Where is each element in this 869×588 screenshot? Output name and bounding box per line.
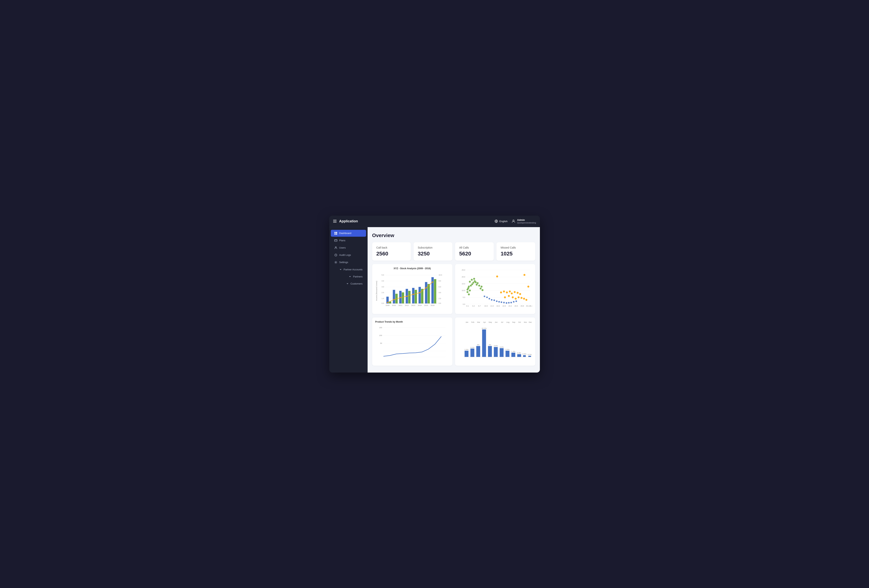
svg-rect-6	[334, 240, 337, 241]
svg-rect-169	[494, 347, 498, 357]
stat-title-callback: Call back	[377, 246, 407, 249]
svg-text:3.2%: 3.2%	[500, 346, 504, 348]
sidebar-item-settings[interactable]: Settings	[331, 259, 366, 266]
stat-card-missed-calls: Missed Calls 1025	[497, 242, 535, 261]
svg-point-132	[503, 290, 505, 292]
svg-text:15.0: 15.0	[461, 283, 465, 284]
svg-text:33.1: 33.1	[526, 305, 529, 307]
svg-text:4%: 4%	[477, 344, 479, 346]
svg-point-107	[486, 296, 488, 298]
sidebar-item-plans[interactable]: Plans	[331, 237, 366, 244]
svg-point-125	[515, 298, 516, 299]
svg-point-9	[335, 262, 336, 263]
svg-point-91	[471, 283, 473, 285]
stat-value-subscription: 3250	[418, 251, 448, 257]
svg-rect-2	[334, 232, 336, 233]
stat-value-all-calls: 5620	[459, 251, 490, 257]
svg-text:2.0: 2.0	[438, 297, 441, 299]
svg-point-133	[506, 292, 508, 293]
svg-text:26.5: 26.5	[515, 305, 518, 307]
sidebar-item-audit-logs[interactable]: Audit Logs	[331, 252, 366, 259]
stat-title-all-calls: All Calls	[459, 246, 490, 249]
stat-value-callback: 2560	[377, 251, 407, 257]
svg-point-126	[518, 296, 519, 298]
svg-text:Aug: Aug	[506, 321, 509, 323]
svg-text:May: May	[489, 321, 492, 323]
svg-rect-167	[488, 346, 492, 357]
svg-point-121	[523, 274, 525, 276]
main-layout: Dashboard Plans Users	[329, 227, 540, 373]
svg-rect-175	[512, 353, 515, 357]
nav-left: Application	[333, 219, 358, 223]
svg-rect-181	[528, 356, 531, 357]
svg-text:100: 100	[379, 335, 382, 336]
svg-point-130	[527, 286, 529, 287]
svg-text:8.0: 8.0	[438, 280, 441, 281]
svg-point-106	[483, 295, 485, 297]
svg-point-98	[473, 278, 475, 280]
svg-point-45	[387, 302, 388, 303]
nav-right: English Admin Quickpreviewtesting	[494, 219, 536, 224]
svg-point-135	[511, 292, 513, 294]
stat-value-missed-calls: 1025	[501, 251, 531, 257]
svg-text:2.3%: 2.3%	[506, 349, 509, 351]
svg-point-52	[432, 281, 433, 283]
svg-text:150: 150	[379, 327, 382, 329]
sidebar-item-customers[interactable]: Customers	[331, 280, 366, 287]
language-switcher[interactable]: English	[494, 219, 507, 223]
svg-text:2014: 2014	[418, 304, 421, 307]
svg-rect-30	[393, 290, 395, 303]
svg-text:10.0: 10.0	[484, 305, 488, 307]
svg-text:23.2: 23.2	[508, 305, 512, 307]
svg-text:10.1%: 10.1%	[482, 327, 486, 329]
language-label: English	[499, 220, 507, 223]
svg-point-134	[509, 290, 511, 292]
sidebar-item-users[interactable]: Users	[331, 244, 366, 251]
svg-text:0.3%: 0.3%	[528, 354, 532, 355]
svg-point-114	[503, 302, 505, 303]
stock-chart-card: XYZ - Stock Analysis (2009 - 2016) 0.0 1…	[372, 264, 452, 314]
svg-point-116	[508, 302, 509, 304]
monthly-bar-card: Jan Feb Mar Apr May Jun Jul Aug Sep Oct …	[455, 317, 535, 366]
svg-rect-33	[412, 288, 414, 303]
svg-rect-5	[336, 233, 337, 235]
svg-point-127	[521, 297, 522, 299]
svg-point-96	[469, 281, 471, 283]
svg-point-108	[488, 298, 490, 299]
user-details: Admin Quickpreviewtesting	[517, 219, 536, 224]
page-title: Overview	[372, 233, 535, 238]
svg-point-88	[469, 289, 471, 292]
charts-row-1: XYZ - Stock Analysis (2009 - 2016) 0.0 1…	[372, 264, 535, 314]
svg-text:4%: 4%	[489, 344, 491, 346]
svg-point-105	[468, 293, 470, 295]
user-name: Admin	[517, 219, 536, 222]
svg-text:2010: 2010	[392, 304, 396, 307]
svg-text:3.0: 3.0	[381, 286, 384, 287]
svg-point-120	[496, 275, 498, 277]
svg-text:25.0: 25.0	[461, 269, 465, 271]
svg-text:Apr: Apr	[483, 321, 486, 323]
svg-point-118	[513, 301, 515, 302]
svg-point-46	[393, 299, 394, 300]
sidebar-item-partners[interactable]: Partners	[331, 273, 366, 280]
svg-rect-159	[464, 351, 468, 357]
stat-card-callback: Call back 2560	[372, 242, 411, 261]
svg-text:2013: 2013	[411, 304, 415, 307]
svg-point-113	[501, 301, 502, 303]
user-menu[interactable]: Admin Quickpreviewtesting	[512, 219, 536, 224]
svg-text:0.0: 0.0	[463, 303, 465, 305]
svg-point-100	[478, 284, 480, 286]
svg-point-123	[508, 295, 510, 297]
sidebar-item-dashboard[interactable]: Dashboard	[331, 230, 366, 237]
svg-text:3.1%: 3.1%	[470, 347, 474, 348]
svg-rect-177	[517, 354, 521, 357]
menu-button[interactable]	[333, 220, 337, 222]
sidebar-label-dashboard: Dashboard	[339, 232, 351, 235]
sidebar-label-plans: Plans	[339, 239, 346, 242]
svg-rect-165	[482, 329, 486, 357]
svg-point-49	[412, 294, 414, 295]
svg-text:2016: 2016	[431, 304, 434, 307]
svg-point-101	[480, 286, 482, 287]
sidebar-label-audit-logs: Audit Logs	[339, 253, 351, 256]
sidebar-item-partner-accounts[interactable]: Partner Accounts	[331, 266, 366, 273]
